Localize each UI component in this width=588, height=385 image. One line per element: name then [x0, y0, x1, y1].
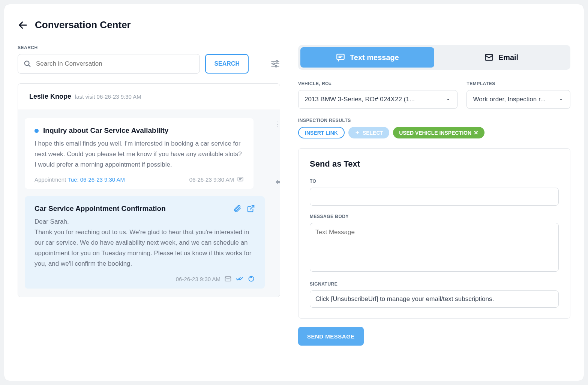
appointment-time: Tue: 06-26-23 9:30 AM [68, 176, 125, 183]
conversation-panel: Leslie Knope last visit 06-26-23 9:30 AM… [18, 83, 280, 297]
email-icon [484, 53, 494, 62]
close-icon[interactable]: ✕ [474, 129, 478, 136]
message-menu-icon[interactable]: ⋮ [274, 123, 280, 125]
inspection-tag-chip[interactable]: USED VEHICLE INSPECTION ✕ [393, 127, 484, 138]
search-and-conversation: SEARCH SEARCH Leslie Knope last visit 06… [18, 45, 280, 346]
channel-tabs: Text message Email [298, 45, 570, 70]
tracking-icon [248, 275, 255, 283]
message-card-reply[interactable]: Car Service Appointment Confirmation [25, 196, 265, 289]
conversation-center-frame: Conversation Center SEARCH SEARCH L [4, 4, 584, 381]
svg-point-6 [273, 63, 274, 65]
last-visit: last visit 06-26-23 9:30 AM [75, 93, 141, 100]
conversation-header: Leslie Knope last visit 06-26-23 9:30 AM [18, 84, 280, 110]
template-label: TEMPLATES [466, 81, 570, 86]
inspection-label: INSPECTION RESULTS [298, 118, 570, 123]
svg-point-8 [275, 65, 277, 67]
conversation-body[interactable]: Inquiry about Car Service Availability I… [18, 110, 280, 297]
compose-title: Send as Text [310, 159, 559, 169]
tab-email[interactable]: Email [434, 47, 568, 68]
unread-dot-icon [34, 129, 39, 133]
customer-name: Leslie Knope [29, 93, 71, 101]
message-type-icon [237, 176, 244, 183]
signature-field[interactable] [310, 290, 559, 308]
vehicle-select[interactable]: 2013 BMW 3-Series, RO# 024X22 (1... [298, 90, 458, 109]
send-message-button[interactable]: SEND MESSAGE [298, 327, 364, 346]
search-button[interactable]: SEARCH [205, 54, 249, 74]
signature-label: SIGNATURE [310, 281, 559, 287]
message-body-field[interactable] [310, 223, 559, 272]
to-field[interactable] [310, 188, 559, 206]
envelope-icon [224, 275, 232, 283]
template-select[interactable]: Work order, Inspection r... [466, 90, 570, 109]
plus-icon: ＋ [354, 129, 360, 137]
tab-text-message[interactable]: Text message [300, 47, 434, 68]
body-label: MESSAGE BODY [310, 214, 559, 219]
chevron-down-icon [558, 96, 564, 102]
page-header: Conversation Center [18, 19, 570, 31]
chevron-down-icon [445, 96, 451, 102]
search-icon [23, 60, 32, 68]
text-message-icon [336, 53, 345, 62]
message-body: I hope this email finds you well. I'm in… [34, 138, 244, 170]
back-arrow-icon[interactable] [18, 20, 28, 30]
svg-line-2 [28, 65, 30, 66]
read-receipt-icon [236, 275, 244, 283]
message-card-incoming[interactable]: Inquiry about Car Service Availability I… [25, 118, 254, 189]
page-title: Conversation Center [35, 19, 131, 31]
message-subject: Inquiry about Car Service Availability [43, 126, 168, 135]
svg-rect-15 [337, 54, 344, 59]
reply-body: Dear Sarah, Thank you for reaching out t… [34, 217, 255, 269]
reply-subject: Car Service Appointment Confirmation [34, 205, 166, 213]
filter-icon[interactable] [270, 59, 280, 69]
message-timestamp: 06-26-23 9:30 AM [189, 176, 234, 183]
reply-arrow-icon[interactable] [274, 177, 280, 186]
search-input-wrapper[interactable] [18, 54, 200, 74]
select-chip[interactable]: ＋ SELECT [348, 127, 389, 138]
compose-panel: Send as Text TO MESSAGE BODY SIGNATURE [298, 148, 570, 319]
reply-timestamp: 06-26-23 9:30 AM [176, 276, 220, 282]
svg-point-4 [276, 60, 278, 62]
vehicle-label: VEHICLE, RO# [298, 81, 458, 86]
to-label: TO [310, 179, 559, 184]
search-input[interactable] [36, 60, 194, 68]
svg-line-12 [250, 206, 254, 209]
insert-link-chip[interactable]: INSERT LINK [298, 127, 345, 138]
appointment-label: Appointment [34, 176, 66, 183]
open-external-icon[interactable] [247, 205, 255, 213]
search-label: SEARCH [18, 45, 280, 50]
attachment-icon[interactable] [233, 205, 242, 213]
svg-rect-9 [238, 177, 243, 181]
composer-column: Text message Email VEHICLE, RO# 2013 BMW… [298, 45, 570, 346]
